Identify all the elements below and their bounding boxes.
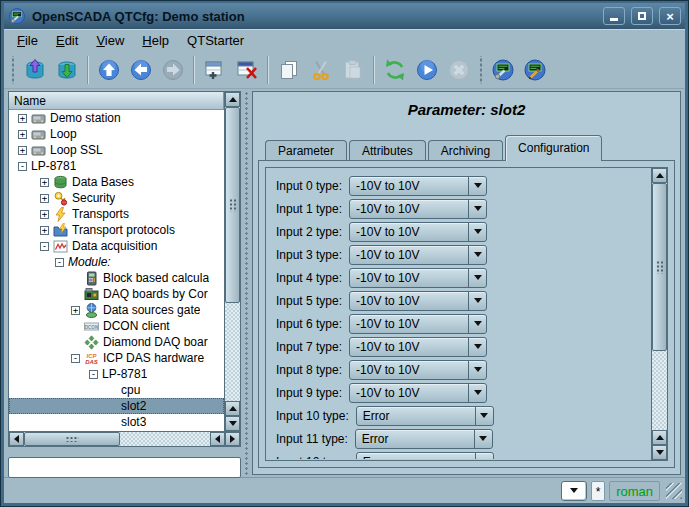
menu-file[interactable]: File (8, 31, 47, 50)
tree-item-demo-station[interactable]: + Demo station (9, 110, 224, 126)
scroll-left-icon[interactable] (9, 432, 24, 446)
chevron-down-icon[interactable] (468, 292, 486, 310)
scroll-down-icon[interactable] (652, 445, 667, 460)
scroll-up-icon[interactable] (225, 92, 240, 107)
go-back-button[interactable] (125, 54, 157, 86)
go-forward-button[interactable] (157, 54, 189, 86)
tree-item-lp-8781[interactable]: - LP-8781 (9, 158, 224, 174)
status-star-button[interactable]: * (591, 481, 605, 501)
scrollbar-thumb[interactable] (24, 432, 120, 446)
scrollbar-thumb[interactable] (225, 107, 240, 303)
tree-item-diamond-daq[interactable]: Diamond DAQ boar (9, 334, 224, 350)
start-update-button[interactable] (411, 54, 443, 86)
minimize-icon[interactable] (603, 7, 625, 25)
input-12-type-select[interactable]: Error (356, 452, 494, 460)
expander-icon[interactable]: - (40, 242, 49, 251)
tree-item-icp-das[interactable]: - ICPDAS ICP DAS hardware (9, 350, 224, 366)
tab-configuration[interactable]: Configuration (505, 135, 602, 161)
qtcfg-tool-button[interactable] (487, 54, 519, 86)
chevron-down-icon[interactable] (468, 315, 486, 333)
input-6-type-select[interactable]: -10V to 10V (349, 314, 487, 334)
expander-icon[interactable]: - (55, 258, 64, 267)
qtcfg-edit-button[interactable] (519, 54, 551, 86)
expander-icon[interactable]: + (40, 210, 49, 219)
tree-item-slot3[interactable]: slot3 (9, 414, 224, 430)
scroll-up-icon[interactable] (652, 168, 667, 183)
chevron-down-icon[interactable] (468, 246, 486, 264)
input-8-type-select[interactable]: -10V to 10V (349, 360, 487, 380)
tree-item-security[interactable]: + Security (9, 190, 224, 206)
tree-item-cpu[interactable]: cpu (9, 382, 224, 398)
tree-item-loop-ssl[interactable]: + Loop SSL (9, 142, 224, 158)
input-2-type-select[interactable]: -10V to 10V (349, 222, 487, 242)
status-dropdown-button[interactable] (561, 481, 587, 501)
load-from-db-button[interactable] (19, 54, 51, 86)
input-9-type-select[interactable]: -10V to 10V (349, 383, 487, 403)
menu-qtstarter[interactable]: QTStarter (178, 31, 253, 50)
toolbar-handle[interactable] (10, 56, 16, 84)
chevron-down-icon[interactable] (468, 200, 486, 218)
tree-item-data-sources-gate[interactable]: + Data sources gate (9, 302, 224, 318)
titlebar[interactable]: OpenSCADA QTCfg: Demo station × (4, 3, 685, 29)
maximize-icon[interactable] (631, 7, 653, 25)
scroll-up-icon[interactable] (225, 401, 240, 416)
save-to-db-button[interactable] (51, 54, 83, 86)
scroll-right-icon[interactable] (225, 432, 240, 446)
toolbar-handle[interactable] (478, 56, 484, 84)
input-4-type-select[interactable]: -10V to 10V (349, 268, 487, 288)
delete-item-button[interactable] (231, 54, 263, 86)
tree-horizontal-scrollbar[interactable] (9, 431, 240, 446)
input-3-type-select[interactable]: -10V to 10V (349, 245, 487, 265)
expander-icon[interactable]: + (40, 194, 49, 203)
add-item-button[interactable] (199, 54, 231, 86)
menu-edit[interactable]: Edit (47, 31, 87, 50)
scrollbar-thumb[interactable] (652, 183, 667, 351)
tree-vertical-scrollbar[interactable] (224, 92, 240, 431)
input-7-type-select[interactable]: -10V to 10V (349, 337, 487, 357)
chevron-down-icon[interactable] (468, 223, 486, 241)
tree-item-slot2[interactable]: slot2 (9, 398, 224, 414)
expander-icon[interactable]: + (40, 178, 49, 187)
menu-help[interactable]: Help (133, 31, 178, 50)
scroll-down-icon[interactable] (225, 416, 240, 431)
chevron-down-icon[interactable] (468, 177, 486, 195)
scroll-up-icon[interactable] (652, 430, 667, 445)
tab-attributes[interactable]: Attributes (349, 140, 426, 161)
expander-icon[interactable]: + (40, 226, 49, 235)
copy-item-button[interactable] (273, 54, 305, 86)
chevron-down-icon[interactable] (474, 430, 492, 448)
tree-item-transports[interactable]: + Transports (9, 206, 224, 222)
tree-item-loop[interactable]: + Loop (9, 126, 224, 142)
resize-grip[interactable] (666, 483, 682, 499)
input-0-type-select[interactable]: -10V to 10V (349, 176, 487, 196)
chevron-down-icon[interactable] (475, 453, 493, 460)
tree-search-field[interactable] (8, 457, 241, 478)
stop-update-button[interactable] (443, 54, 475, 86)
tree-item-dcon-client[interactable]: DCON DCON client (9, 318, 224, 334)
chevron-down-icon[interactable] (468, 384, 486, 402)
expander-icon[interactable]: - (18, 162, 27, 171)
menu-view[interactable]: View (87, 31, 133, 50)
expander-icon[interactable]: + (18, 146, 27, 155)
expander-icon[interactable]: - (71, 354, 80, 363)
input-11-type-select[interactable]: Error (355, 429, 493, 449)
input-5-type-select[interactable]: -10V to 10V (349, 291, 487, 311)
expander-icon[interactable]: + (71, 306, 80, 315)
chevron-down-icon[interactable] (468, 361, 486, 379)
chevron-down-icon[interactable] (468, 269, 486, 287)
expander-icon[interactable]: - (89, 370, 98, 379)
input-10-type-select[interactable]: Error (356, 406, 494, 426)
chevron-down-icon[interactable] (475, 407, 493, 425)
tree-item-transport-protocols[interactable]: + Transport protocols (9, 222, 224, 238)
refresh-button[interactable] (379, 54, 411, 86)
tree-item-data-bases[interactable]: + Data Bases (9, 174, 224, 190)
expander-icon[interactable]: + (18, 114, 27, 123)
chevron-down-icon[interactable] (468, 338, 486, 356)
scroll-left-icon[interactable] (210, 432, 225, 446)
tree-item-module[interactable]: - Module: (9, 254, 224, 270)
close-icon[interactable]: × (659, 7, 681, 25)
go-up-button[interactable] (93, 54, 125, 86)
tab-parameter[interactable]: Parameter (265, 140, 347, 161)
form-vertical-scrollbar[interactable] (651, 168, 667, 460)
tab-archiving[interactable]: Archiving (428, 140, 503, 161)
